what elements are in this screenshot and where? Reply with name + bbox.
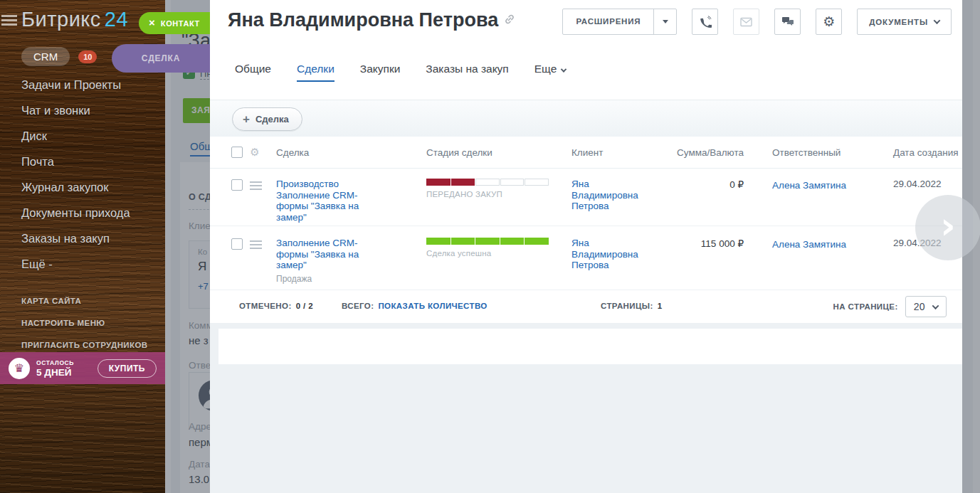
checked-value: 0 / 2 (296, 302, 313, 310)
client-link[interactable]: Яна Владимировна Петрова (571, 179, 655, 212)
stage-label: ПЕРЕДАНО ЗАКУП (426, 190, 561, 198)
license-remaining-label: ОСТАЛОСЬ (36, 359, 74, 366)
close-icon[interactable]: × (149, 17, 155, 28)
column-header-stage[interactable]: Стадия сделки (416, 147, 561, 158)
sidebar-item-tasks[interactable]: Задачи и Проекты (21, 72, 130, 97)
checked-counter: ОТМЕЧЕНО:0 / 2 (239, 302, 313, 310)
tab-purchase-orders[interactable]: Заказы на закуп (426, 63, 508, 82)
column-header-created[interactable]: Дата создания (882, 147, 962, 158)
settings-button[interactable]: ⚙ (816, 9, 842, 35)
pages-label: СТРАНИЦЫ: (601, 302, 653, 310)
show-count-link[interactable]: ПОКАЗАТЬ КОЛИЧЕСТВО (378, 302, 487, 310)
copy-link-icon[interactable] (504, 14, 515, 25)
contact-tabs: Общие Сделки Закупки Заказы на закуп Еще (235, 63, 566, 82)
row-drag-handle-icon[interactable] (250, 181, 262, 192)
created-date-cell: 29.04.2022 (882, 179, 962, 189)
column-header-deal[interactable]: Сделка (265, 147, 416, 158)
add-deal-button-label: Сделка (255, 114, 289, 124)
per-page-select[interactable]: 20 (905, 296, 947, 317)
tab-general[interactable]: Общие (235, 63, 271, 82)
sidebar-item-arrival-docs[interactable]: Документы прихода (21, 200, 130, 226)
deal-category: Продажа (276, 274, 416, 284)
tab-purchases[interactable]: Закупки (360, 63, 401, 82)
logo-text: Битрикс (21, 8, 101, 31)
contact-slider-badge[interactable]: × КОНТАКТ (139, 12, 210, 34)
grid-header-row: ⚙ Сделка Стадия сделки Клиент Сумма/Валю… (210, 137, 962, 169)
total-counter: ВСЕГО:ПОКАЗАТЬ КОЛИЧЕСТВО (342, 302, 488, 310)
sum-cell: 115 000 ₽ (655, 238, 762, 249)
logo-accent: 24 (105, 8, 128, 31)
sidebar-item-mail[interactable]: Почта (21, 149, 130, 174)
caret-down-icon (663, 20, 668, 23)
chat-button[interactable] (774, 9, 801, 35)
documents-button-label: ДОКУМЕНТЫ (869, 18, 928, 26)
license-banner: ♛ ОСТАЛОСЬ 5 ДНЕЙ КУПИТЬ (0, 352, 165, 384)
grid-settings-gear-icon[interactable]: ⚙ (244, 146, 265, 159)
panel-bottom-strip (218, 329, 962, 364)
contact-name: Яна Владимировна Петрова (228, 9, 498, 31)
sidebar-item-disk[interactable]: Диск (21, 123, 130, 149)
deal-slider-badge[interactable]: СДЕЛКА (112, 44, 210, 73)
next-slider-button[interactable]: › (915, 195, 980, 260)
sidebar-item-purchase-log[interactable]: Журнал закупок (21, 174, 130, 200)
configure-menu-link[interactable]: НАСТРОИТЬ МЕНЮ (21, 312, 148, 334)
row-drag-handle-icon[interactable] (250, 240, 262, 251)
contact-badge-label: КОНТАКТ (161, 19, 200, 28)
responsible-link[interactable]: Алена Замятина (772, 180, 846, 191)
select-all-checkbox[interactable] (231, 147, 243, 158)
column-header-responsible[interactable]: Ответственный (762, 147, 882, 158)
client-cell: Яна Владимировна Петрова (561, 238, 655, 271)
tab-more[interactable]: Еще (534, 63, 567, 82)
deal-title-cell: Заполнение CRM-формы "Заявка на замер" П… (265, 238, 416, 284)
contact-slider-panel: Яна Владимировна Петрова РАСШИРЕНИЯ ⚙ ДО… (210, 0, 962, 493)
sum-cell: 0 ₽ (655, 179, 762, 190)
email-button[interactable] (733, 9, 759, 35)
bitrix24-crm-screen: Битрикс24 CRM 10 Задачи и Проекты Чат и … (0, 0, 980, 493)
column-header-sum[interactable]: Сумма/Валюта (655, 147, 762, 158)
documents-button[interactable]: ДОКУМЕНТЫ (857, 9, 952, 35)
license-remaining: ОСТАЛОСЬ 5 ДНЕЙ (36, 359, 74, 378)
add-deal-button[interactable]: + Сделка (232, 107, 302, 131)
plus-icon: + (243, 113, 250, 125)
call-button[interactable] (692, 9, 718, 35)
chat-icon (781, 16, 794, 28)
deal-table-row: Производство Заполнение CRM-формы "Заявк… (210, 169, 962, 226)
stage-progress-bar (426, 238, 549, 245)
row-checkbox[interactable] (231, 238, 243, 250)
deal-table-row: Заполнение CRM-формы "Заявка на замер" П… (210, 226, 962, 290)
license-remaining-value: 5 ДНЕЙ (36, 367, 74, 378)
total-label: ВСЕГО: (342, 302, 374, 310)
deal-title-link[interactable]: Производство Заполнение CRM-формы "Заявк… (276, 179, 416, 223)
sidebar-item-purchase-orders[interactable]: Заказы на закуп (21, 226, 130, 251)
responsible-cell: Алена Замятина (762, 179, 882, 191)
sidebar-menu: Задачи и Проекты Чат и звонки Диск Почта… (21, 72, 130, 277)
buy-button[interactable]: КУПИТЬ (98, 359, 157, 378)
crown-icon: ♛ (9, 358, 30, 379)
chevron-down-icon (561, 66, 567, 72)
per-page-label: НА СТРАНИЦЕ: (833, 302, 898, 311)
sitemap-link[interactable]: КАРТА САЙТА (21, 290, 148, 312)
chevron-right-icon: › (940, 207, 955, 244)
mail-icon (740, 17, 752, 27)
chevron-down-icon (932, 302, 939, 309)
phone-icon (699, 16, 712, 28)
grid-toolbar: + Сделка (210, 100, 962, 137)
panel-lower-area (210, 323, 962, 493)
deal-title-link[interactable]: Заполнение CRM-формы "Заявка на замер" (276, 238, 416, 271)
extensions-button[interactable]: РАСШИРЕНИЯ (562, 9, 677, 35)
bitrix24-logo[interactable]: Битрикс24 (21, 8, 128, 31)
sidebar-item-more[interactable]: Ещё - (21, 251, 130, 277)
stage-progress-bar (426, 179, 549, 186)
extensions-dropdown-toggle[interactable] (653, 9, 676, 34)
extensions-button-label: РАСШИРЕНИЯ (563, 9, 653, 34)
responsible-link[interactable]: Алена Замятина (772, 239, 846, 250)
client-link[interactable]: Яна Владимировна Петрова (571, 238, 655, 271)
deal-stage-cell: Сделка успешна (416, 238, 561, 258)
sidebar-item-crm[interactable]: CRM 10 (21, 47, 97, 66)
hamburger-menu-icon[interactable] (1, 15, 17, 28)
sidebar-item-chat[interactable]: Чат и звонки (21, 97, 130, 123)
header-toolbar: РАСШИРЕНИЯ ⚙ ДОКУМЕНТЫ (562, 9, 952, 35)
column-header-client[interactable]: Клиент (561, 147, 655, 158)
row-checkbox[interactable] (231, 179, 243, 191)
tab-deals[interactable]: Сделки (297, 63, 334, 82)
